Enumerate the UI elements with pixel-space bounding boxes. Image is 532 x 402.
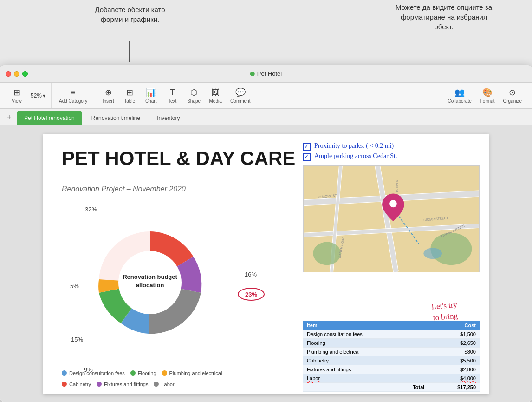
table-total-row: Total $17,250 [303, 382, 480, 391]
organize-icon: ⊙ [509, 87, 516, 98]
table-cell-item: Cabinetry [303, 356, 428, 365]
table: Item Cost Design consultation fees $1,50… [303, 321, 480, 392]
table-header-cost: Cost [428, 321, 480, 330]
donut-chart[interactable]: 32% 5% 15% 9% [52, 199, 261, 376]
maximize-button[interactable] [22, 71, 28, 77]
legend-item-design: Design consultation fees [62, 370, 125, 376]
table-cell-cost: $2,650 [428, 338, 480, 347]
traffic-lights [6, 71, 28, 77]
add-category-button[interactable]: ≡ Add Category [55, 86, 91, 106]
checkboxes-area: Proximity to parks. ( < 0.2 mi) Ample pa… [303, 142, 480, 163]
text-icon: T [170, 88, 175, 98]
left-tooltip: Добавете обекти като форми и графики. [84, 5, 176, 24]
table-row: Plumbing and electrical $800 [303, 347, 480, 356]
legend-item-flooring: Flooring [130, 370, 156, 376]
svg-text:allocation: allocation [136, 282, 164, 289]
toolbar-category-group: ≡ Add Category [52, 83, 94, 108]
insert-icon: ⊕ [105, 87, 112, 98]
table-row: Fixtures and fittings $2,800 [303, 365, 480, 374]
table-row: Design consultation fees $1,500 [303, 330, 480, 339]
view-icon: ⊞ [13, 87, 20, 98]
page-area[interactable]: PET HOTEL & DAY CARE Renovation Project … [0, 125, 532, 402]
table-row-labor: Labor $4,000 [303, 374, 480, 382]
svg-text:23%: 23% [245, 291, 257, 298]
legend: Design consultation fees Flooring Plumbi… [62, 370, 257, 387]
table-cell-cost: $1,500 [428, 330, 480, 339]
donut-svg: Renovation budget allocation [80, 213, 220, 352]
budget-table: Item Cost Design consultation fees $1,50… [303, 321, 480, 392]
content-area: PET HOTEL & DAY CARE Renovation Project … [0, 125, 532, 402]
legend-dot-fixtures [97, 382, 102, 387]
table-cell-item: Flooring [303, 338, 428, 347]
format-icon: 🎨 [482, 87, 493, 98]
collaborate-button[interactable]: 👥 Collaborate [444, 86, 475, 106]
table-cell-item: Fixtures and fittings [303, 365, 428, 374]
right-tooltip: Можете да видите опциите за форматиране … [393, 2, 495, 32]
tab-inventory[interactable]: Inventory [149, 111, 187, 125]
view-button[interactable]: ⊞ View [6, 86, 27, 106]
checkbox-label-1: Proximity to parks. ( < 0.2 mi) [314, 142, 394, 150]
format-button[interactable]: 🎨 Format [476, 86, 499, 106]
slide[interactable]: PET HOTEL & DAY CARE Renovation Project … [43, 134, 489, 394]
table-header-item: Item [303, 321, 428, 330]
pct-5-label: 5% [70, 283, 79, 290]
media-button[interactable]: 🖼 Media [205, 86, 226, 106]
comment-button[interactable]: 💬 Comment [227, 86, 254, 106]
titlebar: Pet Hotel [0, 65, 532, 83]
toolbar: ⊞ View 52% ▾ ≡ Add Category ⊕ Insert ⊞ T… [0, 83, 532, 109]
insert-button[interactable]: ⊕ Insert [98, 86, 118, 106]
pct-32-label: 32% [85, 206, 97, 213]
table-total-label: Total [303, 382, 428, 391]
shape-icon: ⬡ [190, 87, 198, 98]
window-title: Pet Hotel [250, 70, 282, 77]
checkbox-row-2: Ample parking across Cedar St. [303, 152, 480, 161]
text-button[interactable]: T Text [162, 86, 182, 106]
collaborate-icon: 👥 [454, 87, 465, 98]
legend-item-plumbing: Plumbing and electrical [162, 370, 222, 376]
title-dot-icon [250, 72, 255, 76]
circle-annotation: 23% [237, 287, 265, 303]
svg-point-15 [313, 242, 340, 265]
left-tooltip-line-v [129, 41, 130, 62]
table-cell-labor-item: Labor [303, 374, 428, 382]
tab-pet-hotel-renovation[interactable]: Pet Hotel renovation [17, 111, 82, 125]
comment-icon: 💬 [235, 87, 246, 98]
legend-dot-plumbing [162, 370, 167, 376]
table-button[interactable]: ⊞ Table [119, 86, 140, 106]
svg-point-23 [389, 200, 397, 207]
checkbox-1[interactable] [303, 143, 311, 151]
map-svg: FILMORE ST MAIN STREET CEDAR STREET RANC… [304, 166, 479, 272]
application-window: Pet Hotel ⊞ View 52% ▾ ≡ Add Category ⊕ … [0, 65, 532, 402]
chevron-down-icon: ▾ [43, 92, 45, 99]
tab-renovation-timeline[interactable]: Renovation timeline [84, 111, 148, 125]
organize-button[interactable]: ⊙ Organize [499, 86, 526, 106]
minimize-button[interactable] [14, 71, 19, 77]
table-row: Flooring $2,650 [303, 338, 480, 347]
checkbox-2[interactable] [303, 153, 311, 161]
toolbar-view-group: ⊞ View 52% ▾ [4, 83, 52, 108]
table-icon: ⊞ [126, 87, 133, 98]
table-cell-labor-cost: $4,000 [428, 374, 480, 382]
legend-dot-flooring [130, 370, 136, 376]
slide-subtitle: Renovation Project – November 2020 [62, 185, 186, 193]
checkbox-label-2: Ample parking across Cedar St. [314, 152, 397, 160]
toolbar-right-group: 👥 Collaborate 🎨 Format ⊙ Organize [441, 83, 528, 108]
svg-text:Renovation budget: Renovation budget [123, 273, 177, 280]
checkbox-row-1: Proximity to parks. ( < 0.2 mi) [303, 142, 480, 151]
legend-item-fixtures: Fixtures and fittings [97, 382, 148, 387]
add-tab-button[interactable]: + [4, 109, 15, 125]
svg-point-16 [423, 248, 442, 259]
legend-item-labor: Labor [154, 382, 174, 387]
table-cell-item: Plumbing and electrical [303, 347, 428, 356]
media-icon: 🖼 [211, 88, 220, 98]
close-button[interactable] [6, 71, 11, 77]
right-tooltip-line [490, 41, 490, 63]
chart-button[interactable]: 📊 Chart [141, 86, 161, 106]
toolbar-insert-group: ⊕ Insert ⊞ Table 📊 Chart T Text ⬡ Shape … [95, 83, 257, 108]
pct-16-label: 16% [245, 271, 257, 278]
left-tooltip-line-h [129, 62, 236, 62]
legend-dot-cabinetry [62, 382, 67, 387]
table-total-value: $17,250 [428, 382, 480, 391]
shape-button[interactable]: ⬡ Shape [183, 86, 204, 106]
zoom-button[interactable]: 52% ▾ [28, 91, 48, 101]
